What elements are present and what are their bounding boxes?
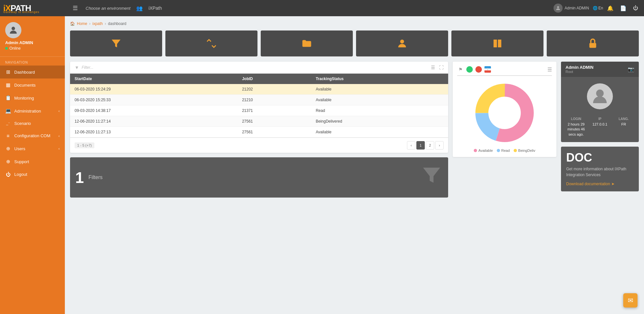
menu-toggle-button[interactable]: ☰ <box>68 5 82 12</box>
breadcrumb-current: dashboard <box>108 21 126 26</box>
power-button[interactable]: ⏻ <box>630 5 641 11</box>
env-org-icon: 👥 <box>134 5 145 11</box>
administration-icon: 💻 <box>5 108 11 114</box>
support-icon: ⊕ <box>5 159 11 164</box>
cell-jobid: 21202 <box>237 84 311 95</box>
cell-startdate: 06-03-2020 15:24:29 <box>70 84 237 95</box>
sidebar-item-label: Scenario <box>14 121 31 126</box>
sidebar-item-label: Documents <box>14 83 36 88</box>
quick-icon-folder[interactable] <box>261 30 353 56</box>
sidebar-item-label: Configuration COM <box>14 133 50 138</box>
stat-login-label: LOGIN <box>566 117 587 121</box>
language-selector[interactable]: 🌐 En <box>593 6 603 10</box>
filter-bg-icon <box>420 164 443 191</box>
user-menu[interactable]: Admin ADMIN <box>551 4 591 13</box>
table-row[interactable]: 12-06-2020 11:27:13 27561 Available <box>70 127 448 138</box>
breadcrumb-home[interactable]: Home <box>77 21 87 26</box>
stat-login: LOGIN 2 hours 29 minutes 46 secs ago. <box>566 117 587 137</box>
quick-icon-exchange[interactable] <box>165 30 257 56</box>
profile-name: Admin ADMIN <box>566 65 593 70</box>
sidebar-item-label: Monitoring <box>14 96 34 101</box>
page-2-button[interactable]: 2 <box>426 141 434 150</box>
chart-legend: Available Read BeingDeliv <box>457 149 552 152</box>
cell-jobid: 21210 <box>237 95 311 105</box>
page-next-button[interactable]: › <box>435 141 444 150</box>
table-menu-icon[interactable]: ☰ <box>431 65 435 70</box>
doc-card: DOC Get more information about IXPath In… <box>561 147 639 191</box>
main-grid: ▼ Filter... ☰ ⛶ StartDate JobID Tracking… <box>70 62 639 198</box>
cell-status: Read <box>311 105 448 116</box>
monitoring-icon: 📋 <box>5 95 11 101</box>
legend-dot-available <box>474 149 477 152</box>
cell-status: Available <box>311 95 448 105</box>
table-row[interactable]: 06-03-2020 15:24:29 21202 Available <box>70 84 448 95</box>
table-row[interactable]: 12-06-2020 11:27:14 27561 BeingDelivered <box>70 116 448 127</box>
table-header: ▼ Filter... ☰ ⛶ <box>70 62 448 74</box>
camera-icon[interactable]: 📷 <box>628 66 634 72</box>
sidebar-status: Online <box>5 46 60 51</box>
data-table: StartDate JobID TrackingStatus 06-03-202… <box>70 74 448 138</box>
chart-tab-flag[interactable]: ⚑ <box>457 66 464 73</box>
table-row[interactable]: 09-03-2020 14:38:17 21371 Read <box>70 105 448 116</box>
chart-tabs: ⚑ ☰ <box>457 66 552 76</box>
sidebar-user-section: Admin ADMIN Online <box>0 16 65 57</box>
filter-label: Filters <box>89 175 103 180</box>
table-expand-icon[interactable]: ⛶ <box>439 65 444 70</box>
documents-button[interactable]: 📄 <box>617 5 629 11</box>
breadcrumb-ixpath[interactable]: ixpath <box>92 21 103 26</box>
filter-count: 1 <box>75 169 84 187</box>
quick-icon-lock[interactable] <box>547 30 639 56</box>
profile-role: Root <box>566 70 593 74</box>
sidebar-item-support[interactable]: ⊕ Support <box>0 155 65 168</box>
quick-icons-row <box>70 30 639 56</box>
documents-icon: ▦ <box>5 82 11 88</box>
cell-jobid: 21371 <box>237 105 311 116</box>
stat-ip-label: IP <box>589 117 610 121</box>
cell-startdate: 12-06-2020 11:27:14 <box>70 116 237 127</box>
table-row[interactable]: 06-03-2020 15:25:33 21210 Available <box>70 95 448 105</box>
sidebar-item-scenario[interactable]: _⁻ Scenario <box>0 117 65 129</box>
quick-icon-book[interactable] <box>451 30 543 56</box>
doc-download-link[interactable]: Download documentation ➤ <box>566 182 634 186</box>
sidebar-item-label: Administration <box>14 109 41 114</box>
page-prev-button[interactable]: ‹ <box>407 141 415 150</box>
stat-ip: IP 127.0.0.1 <box>589 117 610 137</box>
chart-tab-red[interactable] <box>475 66 482 73</box>
profile-stats: LOGIN 2 hours 29 minutes 46 secs ago. IP… <box>561 114 639 142</box>
doc-description: Get more information about IXPath Integr… <box>566 166 634 178</box>
filter-widget: 1 Filters <box>70 157 448 198</box>
chat-button[interactable]: ✉ <box>623 293 638 308</box>
quick-icon-user[interactable] <box>356 30 448 56</box>
sidebar-item-logout[interactable]: ⏻ Logout <box>0 168 65 181</box>
sidebar-item-label: Users <box>14 146 25 151</box>
cell-startdate: 12-06-2020 11:27:13 <box>70 127 237 138</box>
nav-right-controls: Admin ADMIN 🌐 En 🔔 📄 ⏻ <box>551 4 641 13</box>
legend-beingdeliv: BeingDeliv <box>514 149 535 152</box>
logo-tagline: Gateway to exchanges <box>3 10 40 14</box>
stat-lang: LANG. FR <box>613 117 634 137</box>
col-startdate: StartDate <box>70 74 237 84</box>
legend-dot-beingdeliv <box>514 149 517 152</box>
sidebar-item-configuration-com[interactable]: ≡ Configuration COM ‹ <box>0 129 65 142</box>
doc-title: DOC <box>566 152 634 163</box>
chart-tab-stripe[interactable] <box>484 66 491 73</box>
notifications-button[interactable]: 🔔 <box>604 5 616 11</box>
sidebar-item-administration[interactable]: 💻 Administration ‹ <box>0 104 65 117</box>
svg-point-2 <box>400 40 404 43</box>
pagination: ‹ 1 2 › <box>407 141 444 150</box>
chart-tab-green[interactable] <box>466 66 473 73</box>
sidebar-item-documents[interactable]: ▦ Documents <box>0 78 65 91</box>
right-column: Admin ADMIN Root 📷 LOGIN 2 hours 29 minu… <box>561 62 639 191</box>
quick-icon-filter[interactable] <box>70 30 162 56</box>
sidebar-item-users[interactable]: ⊕ Users ‹ <box>0 142 65 155</box>
environment-selector[interactable]: Choose an environment <box>82 6 134 11</box>
sidebar-item-dashboard[interactable]: ⊞ Dashboard <box>0 66 65 78</box>
users-icon: ⊕ <box>5 146 11 151</box>
chart-options-icon[interactable]: ☰ <box>547 66 552 73</box>
page-1-button[interactable]: 1 <box>416 141 425 150</box>
status-indicator <box>5 47 8 50</box>
profile-card: Admin ADMIN Root 📷 LOGIN 2 hours 29 minu… <box>561 62 639 142</box>
sidebar-item-monitoring[interactable]: 📋 Monitoring <box>0 91 65 104</box>
nav-avatar <box>554 4 563 13</box>
main-content: 🏠 Home › ixpath › dashboard <box>65 16 644 314</box>
